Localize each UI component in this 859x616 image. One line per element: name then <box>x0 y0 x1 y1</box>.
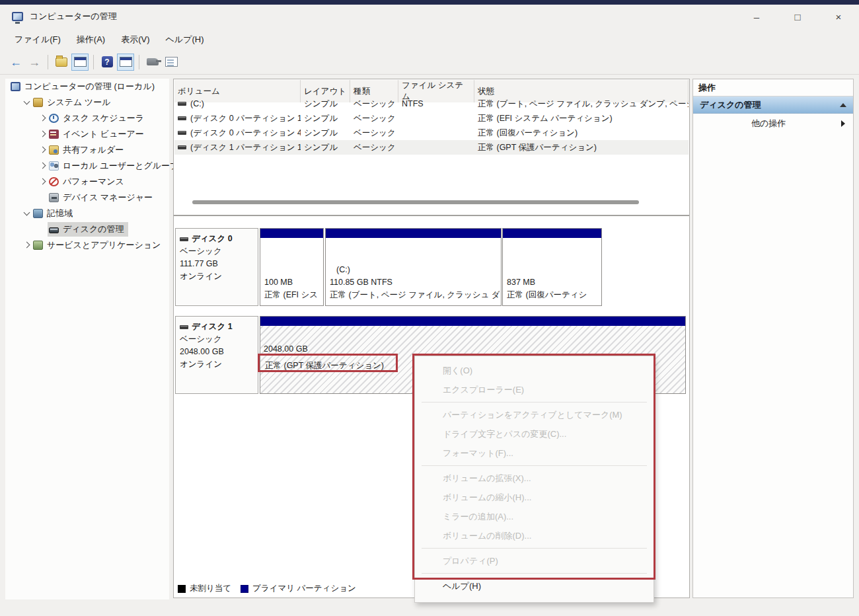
partition-name: (C:) <box>330 264 500 276</box>
table-row[interactable]: (ディスク 0 パーティション 4) シンプル ベーシック 正常 (回復パーティ… <box>174 126 689 140</box>
forward-button[interactable]: → <box>26 54 43 71</box>
chevron-right-icon[interactable] <box>37 113 48 124</box>
toolbar-separator <box>48 55 48 69</box>
sidebar-item-label: システム ツール <box>47 96 110 108</box>
menu-item-open[interactable]: 開く(O) <box>415 361 654 380</box>
table-row[interactable]: (ディスク 0 パーティション 1) シンプル ベーシック 正常 (EFI シス… <box>174 111 689 126</box>
partition-size: 110.85 GB NTFS <box>330 276 500 289</box>
sidebar-item-disk-management[interactable]: ディスクの管理 <box>5 221 169 237</box>
minimize-button[interactable]: – <box>736 5 777 28</box>
actions-sub-label: 他の操作 <box>751 118 786 130</box>
cell-filesystem <box>398 126 474 140</box>
popup-icon <box>147 58 159 65</box>
maximize-button[interactable]: □ <box>777 5 818 28</box>
action-pane-toggle-button[interactable] <box>117 54 134 71</box>
disk1-label-box[interactable]: ディスク 1 ベーシック 2048.00 GB オンライン <box>175 316 258 394</box>
disk-type: ベーシック <box>180 333 254 346</box>
console-tree-toggle-button[interactable] <box>71 54 89 71</box>
cell-layout: シンプル <box>301 96 350 111</box>
volume-list: ボリューム レイアウト 種類 ファイル システム 状態 (C:) シンプル ベー… <box>174 80 689 155</box>
menu-item-extend-volume[interactable]: ボリュームの拡張(X)... <box>415 469 654 488</box>
disk-status: オンライン <box>180 358 254 371</box>
sidebar-item-storage[interactable]: 記憶域 <box>5 206 169 221</box>
no-expander <box>37 224 48 235</box>
sidebar-item-performance[interactable]: パフォーマンス <box>5 174 169 190</box>
cell-status: 正常 (回復パーティション) <box>474 126 689 140</box>
disk0-partition3-recovery[interactable]: 837 MB 正常 (回復パーティシ <box>502 228 602 306</box>
menu-item-properties[interactable]: プロパティ(P) <box>415 551 654 570</box>
chevron-down-icon[interactable] <box>21 208 32 219</box>
sidebar-item-task-scheduler[interactable]: タスク スケジューラ <box>5 110 169 126</box>
sidebar-item-label: 記憶域 <box>47 208 73 219</box>
sidebar-item-label: ディスクの管理 <box>63 223 124 235</box>
menu-item-explorer[interactable]: エクスプローラー(E) <box>415 380 654 399</box>
menu-item-help[interactable]: ヘルプ(H) <box>415 576 654 596</box>
up-level-button[interactable] <box>144 54 161 71</box>
menu-separator <box>422 573 647 574</box>
menu-separator <box>422 465 647 466</box>
computer-management-app-icon <box>12 12 23 21</box>
forward-arrow-icon: → <box>28 56 40 68</box>
primary-partition-band <box>326 229 501 238</box>
sidebar-item-event-viewer[interactable]: イベント ビューアー <box>5 126 169 142</box>
window-title: コンピューターの管理 <box>30 11 117 22</box>
no-expander <box>37 192 48 203</box>
primary-partition-band <box>503 229 601 238</box>
menu-item-delete-volume[interactable]: ボリュームの削除(D)... <box>415 526 654 545</box>
close-button[interactable]: × <box>818 5 859 28</box>
unallocated-swatch-icon <box>178 585 186 593</box>
menu-action[interactable]: 操作(A) <box>69 31 113 48</box>
cell-filesystem: NTFS <box>398 96 474 111</box>
sidebar-item-local-users-groups[interactable]: ローカル ユーザーとグループ <box>5 158 169 174</box>
actions-pane: 操作 ディスクの管理 他の操作 <box>692 79 854 598</box>
actions-more-actions[interactable]: 他の操作 <box>693 114 853 134</box>
menu-item-shrink-volume[interactable]: ボリュームの縮小(H)... <box>415 488 654 507</box>
sidebar-item-label: ローカル ユーザーとグループ <box>63 160 178 172</box>
show-list-button[interactable] <box>163 54 180 71</box>
menu-help[interactable]: ヘルプ(H) <box>158 31 212 48</box>
back-button[interactable]: ← <box>7 54 24 71</box>
horizontal-scrollbar[interactable] <box>192 200 639 204</box>
menu-item-format[interactable]: フォーマット(F)... <box>415 443 654 463</box>
sidebar-item-label: コンピューターの管理 (ローカル) <box>24 81 155 93</box>
chevron-right-icon[interactable] <box>21 240 32 250</box>
help-button[interactable]: ? <box>98 54 116 71</box>
chevron-right-icon[interactable] <box>37 129 48 139</box>
partition-status: 正常 (ブート, ページ ファイル, クラッシュ ダ <box>330 289 500 301</box>
chevron-right-icon[interactable] <box>37 161 48 171</box>
toolbar: ← → ? <box>0 50 859 75</box>
menu-view[interactable]: 表示(V) <box>113 31 157 48</box>
chevron-down-icon[interactable] <box>21 97 32 108</box>
disk0-partition1[interactable]: 100 MB 正常 (EFI シス <box>260 228 324 306</box>
sidebar-item-shared-folders[interactable]: 共有フォルダー <box>5 142 169 158</box>
disk-type: ベーシック <box>180 245 254 258</box>
disk0-label-box[interactable]: ディスク 0 ベーシック 111.77 GB オンライン <box>175 228 258 306</box>
pane-divider[interactable] <box>174 215 689 216</box>
disk-size: 2048.00 GB <box>180 346 254 358</box>
chevron-right-icon[interactable] <box>37 176 48 187</box>
device-manager-icon <box>49 193 59 202</box>
disk0-partition2-c-drive[interactable]: (C:) 110.85 GB NTFS 正常 (ブート, ページ ファイル, ク… <box>325 228 502 306</box>
volume-list-header: ボリューム レイアウト 種類 ファイル システム 状態 <box>174 80 689 96</box>
menu-item-mark-partition-active[interactable]: パーティションをアクティブとしてマーク(M) <box>415 405 654 424</box>
sidebar-item-label: デバイス マネージャー <box>63 192 153 204</box>
sidebar-item-computer-management[interactable]: コンピューターの管理 (ローカル) <box>5 79 169 95</box>
chevron-right-icon <box>841 120 845 127</box>
export-list-button[interactable] <box>53 54 70 71</box>
table-row[interactable]: (ディスク 1 パーティション 1) シンプル ベーシック 正常 (GPT 保護… <box>174 140 689 155</box>
sidebar-item-system-tools[interactable]: システム ツール <box>5 95 169 110</box>
legend: 未割り当て プライマリ パーティション <box>178 583 356 594</box>
sidebar-item-services-applications[interactable]: サービスとアプリケーション <box>5 237 169 253</box>
context-menu: 開く(O) エクスプローラー(E) パーティションをアクティブとしてマーク(M)… <box>414 356 654 603</box>
actions-group-disk-management[interactable]: ディスクの管理 <box>693 96 853 114</box>
chevron-up-icon[interactable] <box>840 103 846 107</box>
menu-item-change-drive-letter[interactable]: ドライブ文字とパスの変更(C)... <box>415 424 654 443</box>
menu-item-add-mirror[interactable]: ミラーの追加(A)... <box>415 507 654 526</box>
table-row[interactable]: (C:) シンプル ベーシック NTFS 正常 (ブート, ページ ファイル, … <box>174 96 689 111</box>
chevron-right-icon[interactable] <box>37 145 48 155</box>
menu-file[interactable]: ファイル(F) <box>7 31 69 48</box>
sidebar-item-device-manager[interactable]: デバイス マネージャー <box>5 190 169 206</box>
disk-size: 111.77 GB <box>180 258 254 270</box>
action-pane-window-icon <box>120 57 132 67</box>
services-applications-icon <box>33 241 43 250</box>
